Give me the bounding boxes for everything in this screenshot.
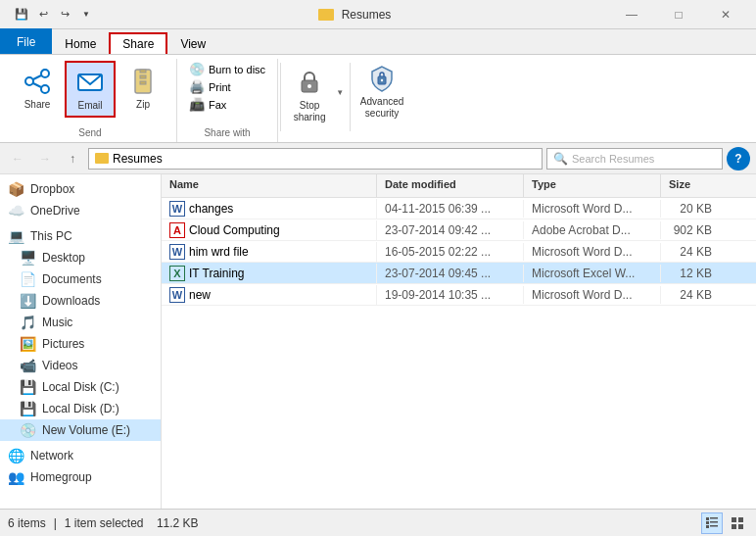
- redo-button[interactable]: ↪: [55, 5, 74, 24]
- documents-icon: 📄: [20, 271, 36, 287]
- onedrive-icon: ☁️: [8, 203, 24, 219]
- status-bar: 6 items | 1 item selected 11.2 KB: [0, 509, 756, 536]
- ribbon-small-buttons: 💿 Burn to disc 🖨️ Print 📠 Fax: [185, 61, 269, 113]
- share-icon: [22, 66, 53, 97]
- table-row[interactable]: X IT Training 23-07-2014 09:45 ... Micro…: [162, 263, 756, 284]
- burn-to-disc-button[interactable]: 💿 Burn to disc: [185, 61, 269, 77]
- table-row[interactable]: W him wrd file 16-05-2015 02:22 ... Micr…: [162, 241, 756, 263]
- pictures-icon: 🖼️: [20, 336, 36, 352]
- sidebar-item-locald[interactable]: 💾 Local Disk (D:): [0, 398, 161, 419]
- stop-sharing-dropdown-arrow[interactable]: ▼: [334, 63, 346, 122]
- forward-button[interactable]: →: [33, 147, 57, 171]
- word-icon2: W: [169, 244, 185, 260]
- svg-rect-14: [706, 517, 709, 520]
- column-name[interactable]: Name: [162, 174, 377, 197]
- sidebar-item-onedrive[interactable]: ☁️ OneDrive: [0, 200, 161, 221]
- folder-breadcrumb-icon: [95, 153, 109, 164]
- back-button[interactable]: ←: [6, 147, 29, 171]
- sidebar-item-downloads[interactable]: ⬇️ Downloads: [0, 290, 161, 312]
- sidebar-item-thispc[interactable]: 💻 This PC: [0, 225, 161, 247]
- window-controls: — □ ✕: [609, 0, 748, 29]
- tab-home[interactable]: Home: [52, 32, 109, 54]
- folder-icon-small: [318, 9, 334, 21]
- stop-sharing-icon: [294, 67, 325, 98]
- undo-button[interactable]: ↩: [33, 5, 53, 24]
- zip-button-label: Zip: [136, 99, 150, 111]
- share-button[interactable]: Share: [12, 61, 63, 116]
- stop-sharing-label: Stopsharing: [294, 100, 326, 123]
- music-icon: 🎵: [20, 315, 36, 330]
- advanced-security-icon: [366, 63, 398, 94]
- sidebar-item-homegroup[interactable]: 👥 Homegroup: [0, 466, 161, 488]
- tab-view[interactable]: View: [167, 32, 218, 54]
- file-name-changes: W changes: [162, 199, 377, 219]
- sidebar-item-music[interactable]: 🎵 Music: [0, 312, 161, 333]
- table-row[interactable]: W changes 04-11-2015 06:39 ... Microsoft…: [162, 198, 756, 219]
- tab-share[interactable]: Share: [109, 32, 167, 54]
- ribbon-group-sharewith: 💿 Burn to disc 🖨️ Print 📠 Fax Share with: [177, 59, 278, 142]
- svg-rect-9: [140, 81, 146, 84]
- column-type[interactable]: Type: [524, 174, 661, 197]
- sidebar-item-localc[interactable]: 💾 Local Disk (C:): [0, 376, 161, 398]
- maximize-button[interactable]: □: [656, 0, 701, 29]
- zip-icon: [127, 66, 159, 97]
- print-icon: 🖨️: [189, 79, 205, 94]
- window-title: Resumes: [100, 8, 609, 22]
- stop-sharing-button[interactable]: Stopsharing: [285, 63, 334, 127]
- svg-line-3: [33, 75, 41, 79]
- file-area: Name Date modified Type Size W changes 0…: [162, 174, 756, 509]
- fax-label: Fax: [209, 99, 226, 111]
- address-bar[interactable]: Resumes: [88, 148, 543, 170]
- advanced-security-button[interactable]: Advancedsecurity: [353, 59, 411, 142]
- thispc-icon: 💻: [8, 228, 24, 244]
- quick-access-dropdown[interactable]: ▼: [76, 5, 96, 24]
- svg-rect-17: [710, 521, 718, 523]
- sidebar-item-documents[interactable]: 📄 Documents: [0, 268, 161, 290]
- ribbon-separator: [280, 63, 281, 131]
- localc-icon: 💾: [20, 379, 36, 395]
- newe-icon: 💿: [20, 422, 36, 438]
- sidebar-item-dropbox[interactable]: 📦 Dropbox: [0, 178, 161, 200]
- tab-file[interactable]: File: [0, 28, 52, 54]
- svg-rect-15: [710, 517, 718, 519]
- sidebar-item-desktop[interactable]: 🖥️ Desktop: [0, 247, 161, 268]
- table-row[interactable]: W new 19-09-2014 10:35 ... Microsoft Wor…: [162, 284, 756, 306]
- excel-icon: X: [169, 266, 185, 281]
- print-button[interactable]: 🖨️ Print: [185, 78, 269, 95]
- sidebar-item-network[interactable]: 🌐 Network: [0, 445, 161, 466]
- ribbon-group-send-content: Share Email: [12, 61, 168, 127]
- svg-point-0: [41, 70, 49, 77]
- network-icon: 🌐: [8, 448, 24, 463]
- ribbon: Share Email: [0, 55, 756, 143]
- save-button[interactable]: 💾: [12, 5, 31, 24]
- file-header: Name Date modified Type Size: [162, 174, 756, 198]
- details-view-button[interactable]: [701, 512, 723, 534]
- table-row[interactable]: A Cloud Computing 23-07-2014 09:42 ... A…: [162, 219, 756, 241]
- fax-button[interactable]: 📠 Fax: [185, 96, 269, 113]
- fax-icon: 📠: [189, 97, 205, 112]
- homegroup-icon: 👥: [8, 469, 24, 485]
- send-group-label: Send: [12, 127, 168, 140]
- svg-rect-20: [732, 517, 736, 522]
- file-name-ittraining: X IT Training: [162, 264, 377, 283]
- svg-rect-7: [140, 70, 146, 73]
- close-button[interactable]: ✕: [703, 0, 748, 29]
- zip-button[interactable]: Zip: [118, 61, 168, 116]
- sidebar-item-pictures[interactable]: 🖼️ Pictures: [0, 333, 161, 355]
- svg-rect-23: [738, 524, 743, 529]
- svg-point-1: [25, 77, 33, 85]
- column-size[interactable]: Size: [661, 174, 720, 197]
- help-button[interactable]: ?: [727, 147, 750, 171]
- sidebar-item-newe[interactable]: 💿 New Volume (E:): [0, 419, 161, 441]
- large-icons-view-button[interactable]: [727, 512, 748, 534]
- search-bar[interactable]: 🔍 Search Resumes: [546, 148, 723, 170]
- up-button[interactable]: ↑: [61, 147, 84, 171]
- column-date[interactable]: Date modified: [377, 174, 524, 197]
- email-button-label: Email: [77, 100, 102, 112]
- minimize-button[interactable]: —: [609, 0, 654, 29]
- email-button[interactable]: Email: [65, 61, 116, 118]
- sidebar-item-videos[interactable]: 📹 Videos: [0, 355, 161, 376]
- word-icon: W: [169, 201, 185, 217]
- stop-sharing-group: Stopsharing ▼: [283, 59, 348, 142]
- ribbon-sharewith-content: 💿 Burn to disc 🖨️ Print 📠 Fax: [185, 61, 269, 127]
